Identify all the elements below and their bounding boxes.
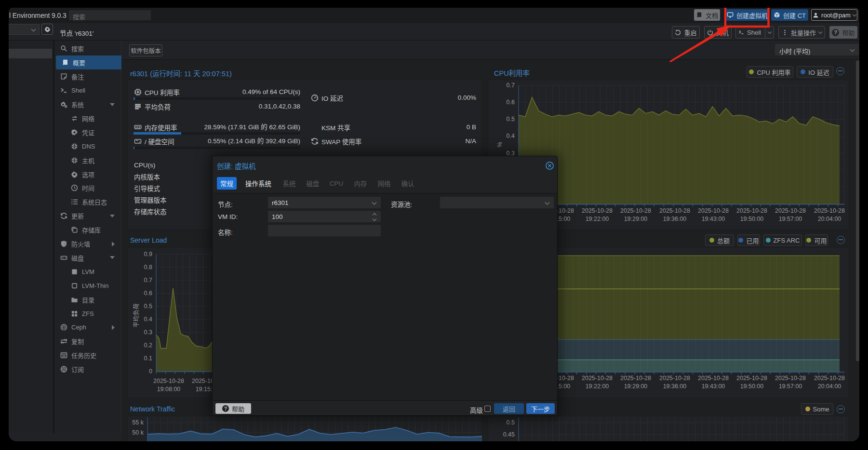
- svg-text:0.4: 0.4: [507, 133, 515, 139]
- svg-text:55 k: 55 k: [132, 419, 144, 426]
- svg-text:0.1: 0.1: [144, 355, 152, 362]
- svg-text:0.5: 0.5: [144, 303, 152, 310]
- svg-text:0.6: 0.6: [507, 99, 515, 106]
- svg-text:0.4: 0.4: [144, 316, 152, 323]
- svg-text:19:50:00: 19:50:00: [740, 383, 764, 390]
- svg-text:19:36:00: 19:36:00: [663, 216, 687, 222]
- svg-text:19:50:00: 19:50:00: [740, 216, 764, 222]
- svg-text:0.45: 0.45: [503, 431, 515, 438]
- svg-text:19:43:00: 19:43:00: [702, 216, 725, 222]
- svg-text:2025-10-28: 2025-10-28: [582, 207, 613, 214]
- svg-text:2025-10-28: 2025-10-28: [698, 375, 729, 382]
- svg-text:2025-10-28: 2025-10-28: [814, 207, 845, 214]
- svg-text:2025-10-28: 2025-10-28: [736, 207, 767, 214]
- svg-text:%: %: [496, 142, 503, 147]
- svg-text:平均负荷: 平均负荷: [133, 303, 140, 327]
- svg-text:19:22:00: 19:22:00: [586, 383, 609, 390]
- svg-text:20:04:00: 20:04:00: [818, 383, 841, 390]
- svg-text:2025-10-28: 2025-10-28: [620, 207, 651, 214]
- svg-text:0.7: 0.7: [507, 82, 515, 89]
- svg-text:0: 0: [149, 368, 152, 375]
- svg-text:2025-10-28: 2025-10-28: [582, 375, 613, 382]
- svg-text:0.9: 0.9: [144, 251, 152, 258]
- svg-text:19:36:00: 19:36:00: [663, 383, 687, 390]
- svg-text:0.5: 0.5: [507, 116, 515, 123]
- svg-text:2025-10-28: 2025-10-28: [775, 207, 806, 214]
- svg-text:0.7: 0.7: [144, 277, 152, 284]
- svg-text:19:29:00: 19:29:00: [624, 383, 648, 390]
- svg-text:2025-10-28: 2025-10-28: [620, 375, 651, 382]
- svg-text:2025-10-28: 2025-10-28: [659, 375, 690, 382]
- svg-text:2025-10-28: 2025-10-28: [153, 378, 184, 384]
- svg-text:0.8: 0.8: [144, 264, 152, 271]
- svg-text:19:08:00: 19:08:00: [157, 386, 181, 393]
- svg-text:19:43:00: 19:43:00: [702, 383, 725, 390]
- svg-text:19:22:00: 19:22:00: [586, 216, 609, 222]
- svg-text:2025-10-28: 2025-10-28: [814, 375, 845, 382]
- svg-text:19:57:00: 19:57:00: [779, 216, 802, 222]
- svg-text:0.2: 0.2: [144, 342, 152, 349]
- svg-text:50 k: 50 k: [132, 429, 144, 436]
- svg-text:0.3: 0.3: [144, 329, 152, 336]
- svg-text:19:57:00: 19:57:00: [779, 383, 802, 390]
- svg-text:0.5: 0.5: [507, 419, 515, 426]
- svg-text:2025-10-28: 2025-10-28: [698, 207, 729, 214]
- svg-text:20:04:00: 20:04:00: [818, 216, 841, 222]
- svg-text:0.6: 0.6: [144, 290, 152, 297]
- svg-text:2025-10-28: 2025-10-28: [659, 207, 690, 214]
- svg-text:19:29:00: 19:29:00: [624, 216, 648, 222]
- svg-text:2025-10-28: 2025-10-28: [775, 375, 806, 382]
- svg-text:2025-10-28: 2025-10-28: [736, 375, 767, 382]
